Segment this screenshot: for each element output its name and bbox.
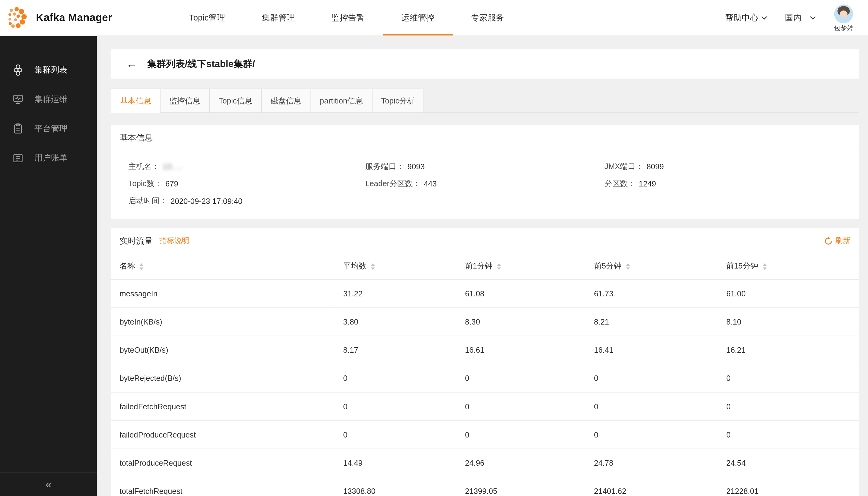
kafka-manager-app: Kafka Manager Topic管理 集群管理 监控告警 运维管控 专家服… <box>0 0 868 496</box>
metric-value-cell: 21401.62 <box>585 477 717 496</box>
collapse-sidebar-button[interactable]: « <box>0 472 97 496</box>
column-label: 前1分钟 <box>465 262 492 272</box>
field-value: 8099 <box>646 162 664 171</box>
table-row: totalProduceRequest 14.49 24.96 24.78 24… <box>111 449 859 477</box>
metric-name-cell: totalFetchRequest <box>111 477 334 496</box>
kafka-manager-logo[interactable] <box>5 6 29 29</box>
table-row: byteIn(KB/s) 3.80 8.30 8.21 8.10 <box>111 308 859 336</box>
field-value: 1249 <box>639 180 656 188</box>
main-content: ← 集群列表/线下stable集群/ 基本信息 监控信息 Topic信息 磁盘信… <box>97 35 868 496</box>
col-header-name[interactable]: 名称 <box>111 253 334 279</box>
metric-value-cell: 31.22 <box>334 279 456 307</box>
metric-value-cell: 24.54 <box>717 449 859 477</box>
metric-value-cell: 16.21 <box>717 336 859 364</box>
sidebar-item-label: 集群运维 <box>34 94 68 104</box>
refresh-button[interactable]: 刷新 <box>824 236 850 246</box>
refresh-label: 刷新 <box>835 236 850 246</box>
chevron-down-icon <box>761 16 767 20</box>
region-selector[interactable]: 国内 <box>785 13 816 23</box>
sidebar-item-cluster-ops[interactable]: 集群运维 <box>0 85 97 114</box>
metric-name-cell: byteIn(KB/s) <box>111 308 334 336</box>
metric-value-cell: 0 <box>456 364 585 392</box>
column-label: 名称 <box>120 262 135 272</box>
metric-value-cell: 16.41 <box>585 336 717 364</box>
tab-topic-info[interactable]: Topic信息 <box>209 89 262 113</box>
field-value: 9093 <box>407 162 425 171</box>
help-center-label: 帮助中心 <box>725 13 758 23</box>
field-topic-count: Topic数： 679 <box>128 179 365 189</box>
col-header-average[interactable]: 平均数 <box>334 253 456 279</box>
username: 包梦婷 <box>834 24 854 33</box>
field-start-time: 启动时间： 2020-09-23 17:09:40 <box>128 196 365 206</box>
tab-partition-info[interactable]: partition信息 <box>310 89 372 113</box>
metric-value-cell: 0 <box>585 421 717 449</box>
table-row: byteOut(KB/s) 8.17 16.61 16.41 16.21 <box>111 336 859 364</box>
metric-value-cell: 61.08 <box>456 279 585 307</box>
col-header-last-5min[interactable]: 前5分钟 <box>585 253 717 279</box>
metric-value-cell: 3.80 <box>334 308 456 336</box>
metrics-doc-link[interactable]: 指标说明 <box>159 236 189 246</box>
field-partition-count: 分区数： 1249 <box>604 179 850 189</box>
metric-value-cell: 16.61 <box>456 336 585 364</box>
metric-name-cell: totalProduceRequest <box>111 449 334 477</box>
metric-value-cell: 0 <box>717 364 859 392</box>
column-label: 前5分钟 <box>594 262 621 272</box>
realtime-traffic-title: 实时流量 <box>120 236 153 246</box>
metric-value-cell: 61.00 <box>717 279 859 307</box>
nav-monitor-alert[interactable]: 监控告警 <box>313 0 383 35</box>
metric-value-cell: 8.21 <box>585 308 717 336</box>
table-row: failedProduceRequest 0 0 0 0 <box>111 421 859 449</box>
sidebar-item-platform-manage[interactable]: 平台管理 <box>0 114 97 144</box>
tab-disk-info[interactable]: 磁盘信息 <box>261 89 311 113</box>
field-label: Topic数： <box>128 179 162 189</box>
sort-icon <box>139 263 144 270</box>
breadcrumb-card: ← 集群列表/线下stable集群/ <box>111 49 859 79</box>
field-label: 主机名： <box>128 162 159 172</box>
basic-info-header: 基本信息 <box>111 125 859 151</box>
tab-basic-info[interactable]: 基本信息 <box>111 89 161 113</box>
nav-ops-control[interactable]: 运维管控 <box>383 0 453 35</box>
sidebar-item-cluster-list[interactable]: 集群列表 <box>0 56 97 85</box>
field-label: 服务端口： <box>365 162 404 172</box>
metric-value-cell: 13308.80 <box>334 477 456 496</box>
metric-value-cell: 8.30 <box>456 308 585 336</box>
basic-info-card: 基本信息 主机名： 10.... 服务端口： 9093 JMX端口： 8099 <box>111 125 859 219</box>
col-header-last-15min[interactable]: 前15分钟 <box>717 253 859 279</box>
monitor-heartbeat-icon <box>12 94 24 105</box>
metric-value-cell: 0 <box>585 364 717 392</box>
field-value: 443 <box>424 180 437 188</box>
avatar[interactable] <box>834 4 853 23</box>
nav-topic-manage[interactable]: Topic管理 <box>171 0 243 35</box>
metric-value-cell: 8.10 <box>717 308 859 336</box>
sort-icon <box>496 263 501 270</box>
metric-value-cell: 0 <box>456 392 585 420</box>
column-label: 平均数 <box>343 262 366 272</box>
table-row: failedFetchRequest 0 0 0 0 <box>111 392 859 420</box>
sidebar-item-user-bill[interactable]: 用户账单 <box>0 143 97 173</box>
realtime-traffic-card: 实时流量 指标说明 刷新 名称 平均 <box>111 228 859 496</box>
metric-name-cell: byteOut(KB/s) <box>111 336 334 364</box>
field-label: JMX端口： <box>604 162 643 172</box>
hexagon-cluster-icon <box>12 64 24 76</box>
user-menu[interactable]: 包梦婷 <box>834 4 854 33</box>
nav-expert-service[interactable]: 专家服务 <box>453 0 522 35</box>
brand-name: Kafka Manager <box>36 12 112 24</box>
metric-value-cell: 0 <box>334 421 456 449</box>
help-center-menu[interactable]: 帮助中心 <box>725 13 767 23</box>
sidebar-item-label: 用户账单 <box>34 153 68 163</box>
metric-value-cell: 0 <box>585 392 717 420</box>
table-header-row: 名称 平均数 前1分钟 前5分钟 前15分钟 <box>111 253 859 279</box>
col-header-last-1min[interactable]: 前1分钟 <box>456 253 585 279</box>
metric-value-cell: 24.78 <box>585 449 717 477</box>
metric-name-cell: byteRejected(B/s) <box>111 364 334 392</box>
tab-monitor-info[interactable]: 监控信息 <box>160 89 210 113</box>
field-label: 启动时间： <box>128 196 168 206</box>
top-nav: Topic管理 集群管理 监控告警 运维管控 专家服务 <box>171 0 522 35</box>
nav-cluster-manage[interactable]: 集群管理 <box>243 0 313 35</box>
back-button[interactable]: ← <box>122 57 142 70</box>
field-value: 10.... <box>163 162 183 171</box>
tab-bar: 基本信息 监控信息 Topic信息 磁盘信息 partition信息 Topic… <box>111 89 859 113</box>
sidebar-item-label: 集群列表 <box>34 65 68 75</box>
tab-topic-analysis[interactable]: Topic分析 <box>372 89 424 113</box>
bill-list-icon <box>12 152 24 164</box>
